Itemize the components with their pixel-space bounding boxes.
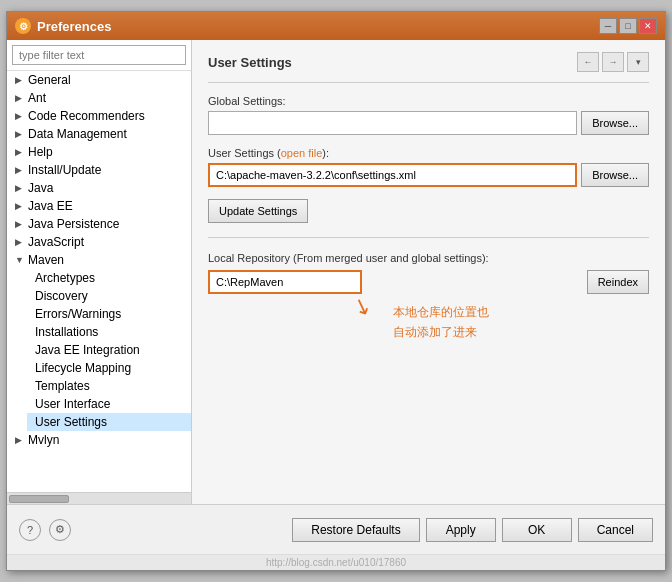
horizontal-scrollbar[interactable] xyxy=(7,492,191,504)
sidebar-item-label: Help xyxy=(28,145,53,159)
bottom-bar: ? ⚙ Restore Defaults Apply OK Cancel xyxy=(7,504,665,554)
restore-defaults-button[interactable]: Restore Defaults xyxy=(292,518,419,542)
title-bar-left: ⚙ Preferences xyxy=(15,18,111,34)
global-settings-label: Global Settings: xyxy=(208,95,649,107)
sidebar-item-label: Templates xyxy=(35,379,90,393)
user-browse-button[interactable]: Browse... xyxy=(581,163,649,187)
header-toolbar: ← → ▾ xyxy=(577,52,649,72)
expand-arrow: ▶ xyxy=(15,183,25,193)
maven-subtree: Archetypes Discovery Errors/Warnings Ins… xyxy=(7,269,191,431)
local-repo-label: Local Repository (From merged user and g… xyxy=(208,252,649,264)
sidebar-item-label: Discovery xyxy=(35,289,88,303)
user-settings-label: User Settings (open file): xyxy=(208,147,649,159)
sidebar-item-data-management[interactable]: ▶ Data Management xyxy=(7,125,191,143)
user-settings-group: User Settings (open file): Browse... xyxy=(208,147,649,187)
sidebar-item-archetypes[interactable]: Archetypes xyxy=(27,269,191,287)
local-repo-input[interactable] xyxy=(208,270,362,294)
sidebar-item-label: Data Management xyxy=(28,127,127,141)
expand-arrow: ▶ xyxy=(15,165,25,175)
sidebar-item-label: Errors/Warnings xyxy=(35,307,121,321)
preferences-window: ⚙ Preferences ─ □ ✕ ▶ General ▶ Ant xyxy=(6,11,666,571)
sidebar-item-java[interactable]: ▶ Java xyxy=(7,179,191,197)
annotation-text: 本地仓库的位置也 自动添加了进来 xyxy=(393,302,489,343)
tree-area: ▶ General ▶ Ant ▶ Code Recommenders ▶ Da… xyxy=(7,71,191,492)
sidebar-item-installations[interactable]: Installations xyxy=(27,323,191,341)
sidebar-item-java-persistence[interactable]: ▶ Java Persistence xyxy=(7,215,191,233)
update-settings-button[interactable]: Update Settings xyxy=(208,199,308,223)
global-browse-button[interactable]: Browse... xyxy=(581,111,649,135)
expand-arrow: ▶ xyxy=(15,147,25,157)
sidebar-item-label: Maven xyxy=(28,253,64,267)
sidebar-item-label: Lifecycle Mapping xyxy=(35,361,131,375)
bottom-right-buttons: Restore Defaults Apply OK Cancel xyxy=(292,518,653,542)
help-icon-button[interactable]: ? xyxy=(19,519,41,541)
expand-arrow: ▶ xyxy=(15,237,25,247)
sidebar-item-label: Java xyxy=(28,181,53,195)
search-input[interactable] xyxy=(12,45,186,65)
sidebar-item-label: JavaScript xyxy=(28,235,84,249)
user-settings-label-end: ): xyxy=(322,147,329,159)
sidebar-item-java-ee[interactable]: ▶ Java EE xyxy=(7,197,191,215)
close-button[interactable]: ✕ xyxy=(639,18,657,34)
local-repo-section: Local Repository (From merged user and g… xyxy=(208,252,649,362)
sidebar-item-label: Archetypes xyxy=(35,271,95,285)
sidebar-item-discovery[interactable]: Discovery xyxy=(27,287,191,305)
local-repo-row: Reindex xyxy=(208,270,649,294)
sidebar-item-templates[interactable]: Templates xyxy=(27,377,191,395)
open-file-link[interactable]: open file xyxy=(281,147,323,159)
apply-button[interactable]: Apply xyxy=(426,518,496,542)
sidebar-item-java-ee-integration[interactable]: Java EE Integration xyxy=(27,341,191,359)
sidebar-item-user-interface[interactable]: User Interface xyxy=(27,395,191,413)
expand-arrow: ▶ xyxy=(15,93,25,103)
sidebar-item-label: Ant xyxy=(28,91,46,105)
back-button[interactable]: ← xyxy=(577,52,599,72)
sidebar-item-ant[interactable]: ▶ Ant xyxy=(7,89,191,107)
cancel-button[interactable]: Cancel xyxy=(578,518,653,542)
title-bar: ⚙ Preferences ─ □ ✕ xyxy=(7,12,665,40)
expand-arrow: ▶ xyxy=(15,129,25,139)
sidebar-item-user-settings[interactable]: User Settings xyxy=(27,413,191,431)
sidebar-item-general[interactable]: ▶ General xyxy=(7,71,191,89)
maximize-button[interactable]: □ xyxy=(619,18,637,34)
reindex-button[interactable]: Reindex xyxy=(587,270,649,294)
title-buttons: ─ □ ✕ xyxy=(599,18,657,34)
sidebar-item-errors-warnings[interactable]: Errors/Warnings xyxy=(27,305,191,323)
expand-arrow: ▶ xyxy=(15,435,25,445)
user-settings-label-text: User Settings ( xyxy=(208,147,281,159)
user-settings-input[interactable] xyxy=(208,163,577,187)
sidebar-item-label: Java EE Integration xyxy=(35,343,140,357)
sidebar-item-label: User Settings xyxy=(35,415,107,429)
sidebar-item-label: General xyxy=(28,73,71,87)
sidebar-item-label: Installations xyxy=(35,325,98,339)
expand-arrow: ▶ xyxy=(15,201,25,211)
expand-arrow: ▼ xyxy=(15,255,25,265)
annotation-line2: 自动添加了进来 xyxy=(393,322,489,342)
global-settings-input[interactable] xyxy=(208,111,577,135)
bottom-left-icons: ? ⚙ xyxy=(19,519,71,541)
sidebar-item-label: Mvlyn xyxy=(28,433,59,447)
sidebar-item-help[interactable]: ▶ Help xyxy=(7,143,191,161)
sidebar-item-label: Code Recommenders xyxy=(28,109,145,123)
user-settings-row: Browse... xyxy=(208,163,649,187)
forward-button[interactable]: → xyxy=(602,52,624,72)
sidebar-item-maven[interactable]: ▼ Maven xyxy=(7,251,191,269)
app-icon: ⚙ xyxy=(15,18,31,34)
minimize-button[interactable]: ─ xyxy=(599,18,617,34)
sidebar-item-code-recommenders[interactable]: ▶ Code Recommenders xyxy=(7,107,191,125)
global-settings-group: Global Settings: Browse... xyxy=(208,95,649,135)
settings-icon-button[interactable]: ⚙ xyxy=(49,519,71,541)
scrollbar-thumb[interactable] xyxy=(9,495,69,503)
sidebar-item-install-update[interactable]: ▶ Install/Update xyxy=(7,161,191,179)
global-settings-row: Browse... xyxy=(208,111,649,135)
menu-button[interactable]: ▾ xyxy=(627,52,649,72)
content-area: User Settings ← → ▾ Global Settings: Bro… xyxy=(192,40,665,504)
watermark: http://blog.csdn.net/u010/17860 xyxy=(7,554,665,570)
annotation-line1: 本地仓库的位置也 xyxy=(393,302,489,322)
sidebar-item-label: User Interface xyxy=(35,397,110,411)
sidebar-item-label: Java EE xyxy=(28,199,73,213)
ok-button[interactable]: OK xyxy=(502,518,572,542)
sidebar-item-lifecycle-mapping[interactable]: Lifecycle Mapping xyxy=(27,359,191,377)
sidebar-item-mvlyn[interactable]: ▶ Mvlyn xyxy=(7,431,191,449)
sidebar-item-javascript[interactable]: ▶ JavaScript xyxy=(7,233,191,251)
search-box xyxy=(7,40,191,71)
